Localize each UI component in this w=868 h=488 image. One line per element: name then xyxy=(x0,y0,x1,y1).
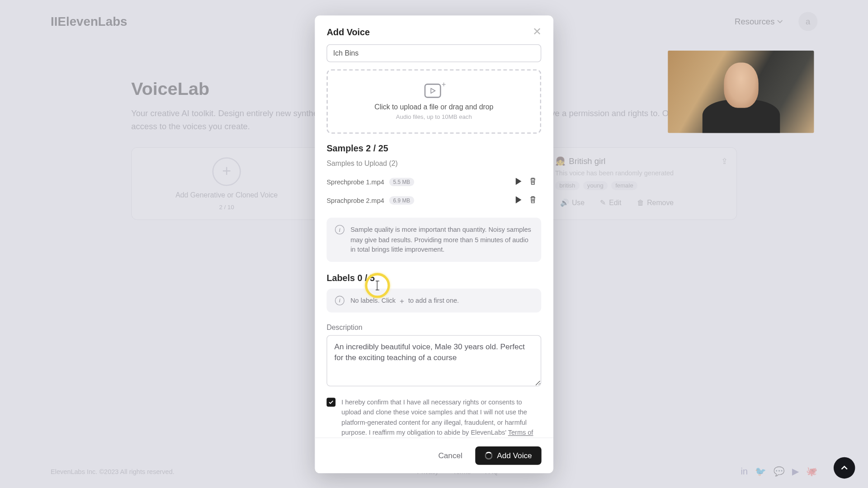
text-cursor-icon xyxy=(377,281,378,290)
sample-size: 5.5 MB xyxy=(389,177,415,185)
labels-title: Labels 0 / 5 xyxy=(327,272,542,282)
samples-title: Samples 2 / 25 xyxy=(327,143,542,153)
close-icon[interactable]: ✕ xyxy=(533,25,542,38)
quality-info: i Sample quality is more important than … xyxy=(327,217,542,261)
add-voice-button[interactable]: Add Voice xyxy=(476,446,542,465)
labels-info-pre: No labels. Click xyxy=(351,296,398,304)
info-icon: i xyxy=(335,296,344,305)
sample-size: 6.9 MB xyxy=(389,196,415,204)
consent-block: I hereby confirm that I have all necessa… xyxy=(327,397,542,438)
trash-icon[interactable] xyxy=(528,176,538,187)
chevron-up-icon xyxy=(840,464,848,472)
consent-checkbox[interactable] xyxy=(327,398,336,407)
play-icon[interactable] xyxy=(514,176,524,187)
info-icon: i xyxy=(335,225,344,234)
sample-row: Sprechprobe 1.mp4 5.5 MB xyxy=(327,172,538,191)
quality-info-text: Sample quality is more important than qu… xyxy=(351,225,533,254)
add-voice-modal: Add Voice ✕ + Click to upload a file or … xyxy=(315,15,553,473)
plus-icon[interactable]: + xyxy=(398,296,407,305)
dropzone-subtext: Audio files, up to 10MB each xyxy=(396,113,472,120)
voice-name-input[interactable] xyxy=(327,44,542,62)
samples-upload-label: Samples to Upload (2) xyxy=(327,159,542,167)
sample-name: Sprachprobe 2.mp4 xyxy=(327,197,384,204)
scroll-top-button[interactable] xyxy=(834,457,855,479)
labels-info-post: to add a first one. xyxy=(408,296,459,304)
sample-list: Sprechprobe 1.mp4 5.5 MB Sprachprobe 2.m… xyxy=(327,172,542,209)
upload-icon: + xyxy=(425,83,443,100)
webcam-overlay xyxy=(668,51,814,133)
labels-info: i No labels. Click + to add a first one. xyxy=(327,288,542,313)
modal-title: Add Voice xyxy=(327,27,370,37)
add-voice-button-label: Add Voice xyxy=(497,451,532,460)
sample-row: Sprachprobe 2.mp4 6.9 MB xyxy=(327,191,538,209)
trash-icon[interactable] xyxy=(528,194,538,206)
sample-name: Sprechprobe 1.mp4 xyxy=(327,178,384,185)
play-icon[interactable] xyxy=(514,195,524,206)
cancel-button[interactable]: Cancel xyxy=(430,446,471,465)
description-textarea[interactable] xyxy=(327,335,542,386)
spinner-icon xyxy=(485,452,493,460)
dropzone-text: Click to upload a file or drag and drop xyxy=(375,102,494,110)
consent-text: I hereby confirm that I have all necessa… xyxy=(342,398,528,436)
upload-dropzone[interactable]: + Click to upload a file or drag and dro… xyxy=(327,69,542,133)
description-label: Description xyxy=(327,323,542,331)
